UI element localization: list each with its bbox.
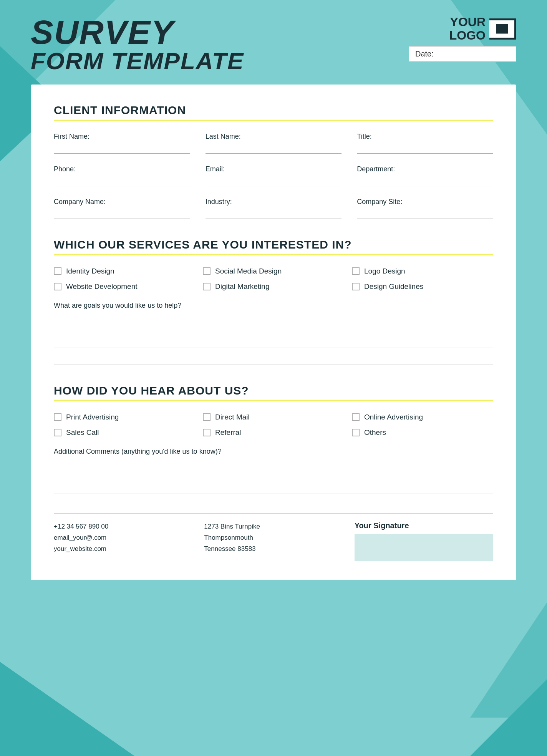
date-field[interactable]: Date: xyxy=(409,46,516,62)
form-card: CLIENT INFORMATION First Name: Last Name… xyxy=(31,85,516,580)
phone-input[interactable] xyxy=(54,176,190,186)
hear-sales-call-label: Sales Call xyxy=(66,428,99,437)
service-logo-design[interactable]: Logo Design xyxy=(352,267,493,275)
hear-checkbox-grid: Print Advertising Direct Mail Online Adv… xyxy=(54,413,493,437)
phone-field: Phone: xyxy=(54,165,190,186)
hear-others[interactable]: Others xyxy=(352,428,493,437)
title-block: SURVEY FORM TEMPLATE xyxy=(31,15,244,73)
hear-print-advertising[interactable]: Print Advertising xyxy=(54,413,195,421)
phone-label: Phone: xyxy=(54,165,190,173)
industry-field: Industry: xyxy=(206,198,342,219)
checkbox-referral[interactable] xyxy=(203,429,211,436)
service-social-media[interactable]: Social Media Design xyxy=(203,267,344,275)
first-name-label: First Name: xyxy=(54,133,190,141)
service-social-media-label: Social Media Design xyxy=(215,267,282,275)
industry-input[interactable] xyxy=(206,208,342,219)
hear-others-label: Others xyxy=(364,428,386,437)
company-site-input[interactable] xyxy=(357,208,493,219)
logo-date-block: YOURLOGO Date: xyxy=(409,15,516,62)
hear-direct-mail[interactable]: Direct Mail xyxy=(203,413,344,421)
goals-line-3[interactable] xyxy=(54,351,493,365)
last-name-input[interactable] xyxy=(206,143,342,154)
footer-signature-block: Your Signature xyxy=(355,521,493,561)
checkbox-online-advertising[interactable] xyxy=(352,413,360,421)
service-digital-marketing[interactable]: Digital Marketing xyxy=(203,282,344,291)
client-info-title: CLIENT INFORMATION xyxy=(54,104,493,121)
title-survey: SURVEY xyxy=(31,15,244,49)
email-label: Email: xyxy=(206,165,342,173)
checkbox-print-advertising[interactable] xyxy=(54,413,61,421)
footer-address-line1: 1273 Bins Turnpike xyxy=(204,521,343,532)
industry-label: Industry: xyxy=(206,198,342,206)
checkbox-logo-design[interactable] xyxy=(352,267,360,275)
department-field: Department: xyxy=(357,165,493,186)
department-input[interactable] xyxy=(357,176,493,186)
company-name-input[interactable] xyxy=(54,208,190,219)
comments-line-2[interactable] xyxy=(54,480,493,494)
service-logo-design-label: Logo Design xyxy=(364,267,405,275)
date-label: Date: xyxy=(415,50,434,58)
goals-question: What are goals you would like us to help… xyxy=(54,302,493,310)
services-title: WHICH OUR SERVICES ARE YOU INTERESTED IN… xyxy=(54,238,493,255)
hear-referral[interactable]: Referral xyxy=(203,428,344,437)
checkbox-identity-design[interactable] xyxy=(54,267,61,275)
footer: +12 34 567 890 00 email_your@.com your_w… xyxy=(54,513,493,561)
footer-website: your_website.com xyxy=(54,544,192,555)
client-info-grid: First Name: Last Name: Title: Phone: Ema… xyxy=(54,133,493,219)
hear-referral-label: Referral xyxy=(215,428,241,437)
comments-answer-lines xyxy=(54,463,493,494)
hear-print-advertising-label: Print Advertising xyxy=(66,413,119,421)
title-field: Title: xyxy=(357,133,493,154)
service-digital-marketing-label: Digital Marketing xyxy=(215,282,270,291)
checkbox-design-guidelines[interactable] xyxy=(352,283,360,290)
title-label: Title: xyxy=(357,133,493,141)
comments-line-1[interactable] xyxy=(54,463,493,477)
email-field: Email: xyxy=(206,165,342,186)
checkbox-sales-call[interactable] xyxy=(54,429,61,436)
hear-sales-call[interactable]: Sales Call xyxy=(54,428,195,437)
footer-address-line2: Thompsonmouth xyxy=(204,532,343,544)
hear-direct-mail-label: Direct Mail xyxy=(215,413,250,421)
company-site-label: Company Site: xyxy=(357,198,493,206)
goals-line-2[interactable] xyxy=(54,334,493,348)
hear-online-advertising[interactable]: Online Advertising xyxy=(352,413,493,421)
goals-line-1[interactable] xyxy=(54,317,493,331)
title-form-template: FORM TEMPLATE xyxy=(31,49,244,73)
checkbox-direct-mail[interactable] xyxy=(203,413,211,421)
header: SURVEY FORM TEMPLATE YOURLOGO Date: xyxy=(31,15,516,73)
goals-answer-lines xyxy=(54,317,493,365)
service-website-dev[interactable]: Website Development xyxy=(54,282,195,291)
service-identity-design[interactable]: Identity Design xyxy=(54,267,195,275)
client-information-section: CLIENT INFORMATION First Name: Last Name… xyxy=(54,104,493,219)
company-name-label: Company Name: xyxy=(54,198,190,206)
hear-online-advertising-label: Online Advertising xyxy=(364,413,423,421)
company-name-field: Company Name: xyxy=(54,198,190,219)
service-identity-design-label: Identity Design xyxy=(66,267,114,275)
services-section: WHICH OUR SERVICES ARE YOU INTERESTED IN… xyxy=(54,238,493,365)
last-name-label: Last Name: xyxy=(206,133,342,141)
service-design-guidelines-label: Design Guidelines xyxy=(364,282,423,291)
checkbox-digital-marketing[interactable] xyxy=(203,283,211,290)
company-site-field: Company Site: xyxy=(357,198,493,219)
email-input[interactable] xyxy=(206,176,342,186)
checkbox-social-media[interactable] xyxy=(203,267,211,275)
footer-email: email_your@.com xyxy=(54,532,192,544)
footer-address-line3: Tennessee 83583 xyxy=(204,544,343,555)
service-design-guidelines[interactable]: Design Guidelines xyxy=(352,282,493,291)
footer-address: 1273 Bins Turnpike Thompsonmouth Tenness… xyxy=(204,521,343,561)
checkbox-website-dev[interactable] xyxy=(54,283,61,290)
comments-label: Additional Comments (anything you'd like… xyxy=(54,448,493,456)
footer-phone: +12 34 567 890 00 xyxy=(54,521,192,532)
services-checkbox-grid: Identity Design Social Media Design Logo… xyxy=(54,267,493,291)
first-name-field: First Name: xyxy=(54,133,190,154)
logo-box: YOURLOGO xyxy=(449,15,516,42)
department-label: Department: xyxy=(357,165,493,173)
logo-icon xyxy=(489,18,516,40)
first-name-input[interactable] xyxy=(54,143,190,154)
logo-text: YOURLOGO xyxy=(449,15,486,42)
service-website-dev-label: Website Development xyxy=(66,282,138,291)
hear-about-us-section: HOW DID YOU HEAR ABOUT US? Print Adverti… xyxy=(54,384,493,494)
title-input[interactable] xyxy=(357,143,493,154)
checkbox-others[interactable] xyxy=(352,429,360,436)
signature-box[interactable] xyxy=(355,534,493,561)
